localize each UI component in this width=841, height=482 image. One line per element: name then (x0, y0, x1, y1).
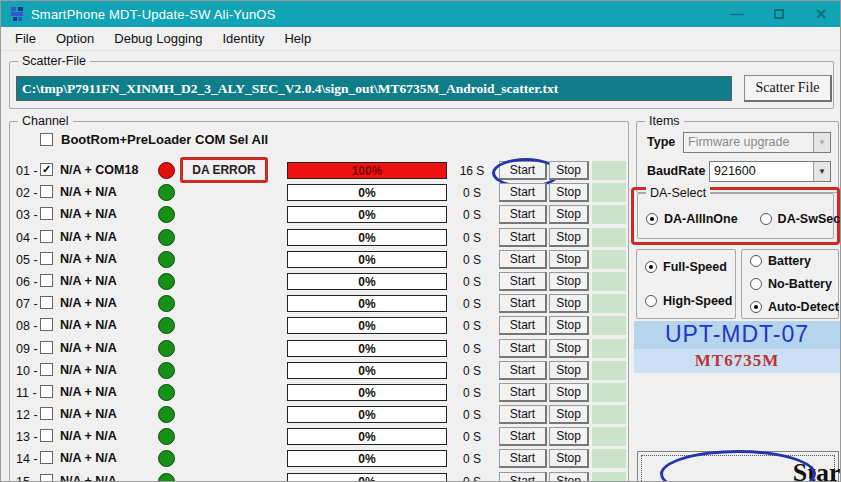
channel-checkbox[interactable] (40, 363, 53, 376)
stop-button[interactable]: Stop (549, 183, 589, 202)
start-button[interactable]: Start (499, 339, 547, 358)
stop-button[interactable]: Stop (549, 205, 589, 224)
start-button[interactable]: Start (499, 472, 547, 482)
channel-checkbox[interactable] (40, 341, 53, 354)
baudrate-dropdown[interactable]: 921600 ▼ (709, 161, 831, 182)
progress-bar: 0% (287, 317, 447, 334)
start-button[interactable]: Start (499, 316, 547, 335)
channel-name: N/A + N/A (60, 296, 117, 310)
stop-button[interactable]: Stop (549, 427, 589, 446)
menu-identity[interactable]: Identity (212, 28, 274, 49)
channel-name: N/A + N/A (60, 252, 117, 266)
channel-row: 12 -N/A + N/A0%0 SStartStop (10, 404, 628, 426)
start-button[interactable]: Start (499, 383, 547, 402)
items-group-label: Items (645, 114, 684, 128)
channel-name: N/A + N/A (60, 363, 117, 377)
scatter-file-group-label: Scatter-File (18, 54, 90, 68)
select-all-checkbox[interactable] (40, 133, 53, 146)
elapsed-time: 0 S (446, 297, 498, 311)
radio-auto-detect[interactable]: Auto-Detect (750, 300, 839, 314)
radio-high-speed[interactable]: High-Speed (645, 294, 732, 308)
speed-options: Full-SpeedHigh-Speed (645, 250, 732, 318)
channel-name: N/A + N/A (60, 474, 117, 482)
channel-checkbox[interactable] (40, 429, 53, 442)
start-button[interactable]: Start (499, 228, 547, 247)
channel-row: 01 -✓N/A + COM18DA ERROR100%16 SStartSto… (10, 160, 628, 182)
radio-da-swsec[interactable]: DA-SwSec (760, 212, 841, 226)
start-button[interactable]: Start (499, 361, 547, 380)
channel-name: N/A + N/A (60, 318, 117, 332)
elapsed-time: 0 S (446, 231, 498, 245)
result-cell (592, 294, 626, 313)
stop-button[interactable]: Stop (549, 316, 589, 335)
channel-checkbox[interactable] (40, 318, 53, 331)
maximize-icon[interactable] (758, 1, 800, 27)
channel-name: N/A + N/A (60, 207, 117, 221)
baudrate-value: 921600 (714, 164, 756, 178)
channel-checkbox[interactable] (40, 230, 53, 243)
result-cell (592, 383, 626, 402)
elapsed-time: 0 S (446, 186, 498, 200)
channel-checkbox[interactable] (40, 252, 53, 265)
channel-checkbox[interactable] (40, 385, 53, 398)
start-button[interactable]: Start (499, 250, 547, 269)
menu-file[interactable]: File (5, 28, 46, 49)
radio-da-allinone[interactable]: DA-AllInOne (646, 212, 738, 226)
channel-checkbox[interactable] (40, 185, 53, 198)
stop-button[interactable]: Stop (549, 228, 589, 247)
channel-checkbox[interactable] (40, 274, 53, 287)
result-cell (592, 427, 626, 446)
radio-label: Battery (768, 254, 811, 268)
scatter-path-field[interactable]: C:\tmp\P7911FN_XINMH_D2_3_ALY_SEC_V2.0.4… (16, 76, 732, 101)
channel-number: 14 - (16, 452, 38, 466)
start-button[interactable]: Start (499, 427, 547, 446)
menu-option[interactable]: Option (46, 28, 104, 49)
stop-button[interactable]: Stop (549, 250, 589, 269)
stop-button[interactable]: Stop (549, 294, 589, 313)
scatter-file-group: Scatter-File C:\tmp\P7911FN_XINMH_D2_3_A… (9, 61, 834, 109)
progress-label: 0% (288, 186, 446, 200)
radio-full-speed[interactable]: Full-Speed (645, 260, 732, 274)
start-button[interactable]: Start (499, 405, 547, 424)
stop-button[interactable]: Stop (549, 449, 589, 468)
radio-no-battery[interactable]: No-Battery (750, 277, 839, 291)
title-bar: SmartPhone MDT-Update-SW Ali-YunOS — ✕ (1, 1, 841, 27)
start-button[interactable]: Start (499, 161, 547, 180)
progress-bar: 100% (287, 162, 447, 179)
channel-checkbox[interactable]: ✓ (40, 163, 53, 176)
status-led-green-icon (158, 317, 175, 334)
stop-button[interactable]: Stop (549, 161, 589, 180)
type-value: Firmware upgrade (688, 135, 789, 149)
radio-battery[interactable]: Battery (750, 254, 839, 268)
channel-checkbox[interactable] (40, 296, 53, 309)
start-button[interactable]: Start (499, 294, 547, 313)
stop-button[interactable]: Stop (549, 383, 589, 402)
progress-label: 0% (288, 253, 446, 267)
scatter-file-button[interactable]: Scatter File (744, 75, 832, 102)
start-button[interactable]: Start (499, 205, 547, 224)
progress-bar: 0% (287, 251, 447, 268)
channel-checkbox[interactable] (40, 474, 53, 482)
channel-checkbox[interactable] (40, 451, 53, 464)
stop-button[interactable]: Stop (549, 339, 589, 358)
select-all-label: BootRom+PreLoader COM Sel All (61, 132, 268, 147)
stop-button[interactable]: Stop (549, 272, 589, 291)
progress-label: 0% (288, 319, 446, 333)
progress-label: 0% (288, 275, 446, 289)
start-button[interactable]: Start (499, 449, 547, 468)
channel-checkbox[interactable] (40, 407, 53, 420)
stop-button[interactable]: Stop (549, 472, 589, 482)
menu-debug-logging[interactable]: Debug Logging (104, 28, 212, 49)
start-button[interactable]: Start (499, 272, 547, 291)
channel-checkbox[interactable] (40, 207, 53, 220)
channel-name: N/A + N/A (60, 274, 117, 288)
start-button[interactable]: Start (499, 183, 547, 202)
menu-help[interactable]: Help (274, 28, 321, 49)
stop-button[interactable]: Stop (549, 361, 589, 380)
close-icon[interactable]: ✕ (800, 1, 841, 27)
start-all-button[interactable]: Start all (637, 451, 839, 482)
stop-button[interactable]: Stop (549, 405, 589, 424)
minimize-icon[interactable]: — (716, 1, 758, 27)
status-led-green-icon (158, 184, 175, 201)
chevron-down-icon: ▼ (813, 162, 830, 181)
